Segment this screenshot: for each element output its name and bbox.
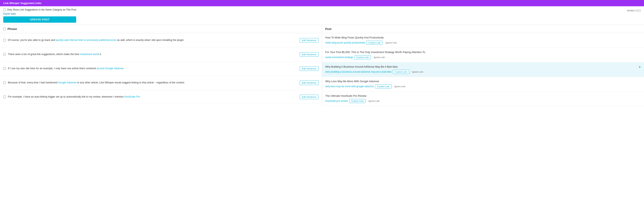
phrase-header-checkbox[interactable] [3, 28, 6, 30]
post-slug-5: /hootsuite-pro-review [325, 100, 348, 102]
same-category-checkbox-label[interactable]: Only Show Link Suggestions In the Same C… [3, 8, 76, 11]
phrase-text-after-4: in any other article, Link Whisper would… [76, 81, 184, 84]
phrase-row: For example, I have an auto-linking trig… [0, 90, 322, 104]
post-slug-1: /write-blog-posts-quickly-productively [325, 41, 365, 44]
custom-link-button-1[interactable]: Custom Link [366, 41, 382, 45]
post-slug-4: /why-less-may-be-more-with-google-adsens… [325, 85, 374, 88]
phrase-text-after-1: as well, which is exactly what I did upo… [116, 39, 184, 42]
top-bar: Link Whisper Suggested Links [0, 0, 644, 6]
main-content: Phrase Of course, you're also able to go… [0, 25, 644, 106]
phrase-text-1: Of course, you're also able to go back a… [8, 38, 298, 42]
update-post-button[interactable]: UPDATE POST [3, 16, 76, 23]
post-section-3: Why Building A Business Around AdSense M… [322, 62, 644, 77]
custom-link-button-5[interactable]: Custom Link [349, 99, 366, 103]
custom-link-button-2[interactable]: Custom Link [354, 55, 371, 59]
phrase-checkbox-4[interactable] [3, 81, 6, 84]
phrase-text-5: For example, I have an auto-linking trig… [8, 95, 298, 99]
version-text: version 1.0.1 [627, 8, 641, 12]
post-section-5: The Ultimate HootSuite Pro Review /hoots… [322, 91, 644, 106]
ignore-link-1[interactable]: Ignore Link [386, 42, 396, 44]
ignore-link-3[interactable]: Ignore Link [412, 71, 423, 73]
post-section-4: Why Less May Be More With Google Adsense… [322, 77, 644, 91]
phrase-text-4: Because of that, every time I had mentio… [8, 81, 298, 85]
phrase-checkbox-3[interactable] [3, 67, 6, 70]
phrase-panel-header: Phrase [0, 25, 322, 33]
phrase-header-label: Phrase [8, 27, 17, 31]
phrase-text-before-5: For example, I have an auto-linking trig… [8, 95, 124, 98]
ignore-link-2[interactable]: Ignore Link [374, 56, 385, 59]
post-title-2: For Your First $5,000, This Is The Only … [325, 51, 641, 54]
phrase-checkbox-5[interactable] [3, 96, 6, 98]
post-links-row-3: /why-building-a-business-around-adsense-… [325, 70, 639, 74]
same-category-label: Only Show Link Suggestions In the Same C… [7, 8, 76, 11]
edit-sentence-button-2[interactable]: Edit Sentence [300, 52, 319, 57]
separator-4: | [392, 85, 393, 88]
post-slug-3: /why-building-a-business-around-adsense-… [325, 70, 392, 73]
phrase-row: There were a ton of great link suggestio… [0, 47, 322, 62]
post-links-row-5: /hootsuite-pro-review Custom Link | Igno… [325, 99, 641, 103]
phrase-text-3: If I use my own site here for an example… [8, 67, 298, 70]
phrase-text-after-2: it [99, 53, 101, 56]
custom-link-button-3[interactable]: Custom Link [393, 70, 409, 74]
phrase-text-before-4: Because of that, every time I had mentio… [8, 81, 58, 84]
phrase-link-3[interactable]: around Google Adsense [96, 67, 124, 70]
phrase-text-before-3: If I use my own site here for an example… [8, 67, 96, 70]
post-links-row-1: /write-blog-posts-quickly-productively C… [325, 41, 641, 45]
phrase-link-5[interactable]: HootSuite Pro [124, 95, 140, 98]
phrase-checkbox-1[interactable] [3, 39, 6, 42]
post-title-3: Why Building A Business Around AdSense M… [325, 65, 639, 68]
phrase-row: Because of that, every time I had mentio… [0, 76, 322, 90]
toolbar-left: Only Show Link Suggestions In the Same C… [3, 8, 76, 23]
top-bar-title: Link Whisper Suggested Links [3, 2, 42, 5]
separator-1: | [384, 42, 384, 44]
post-panel-header: Post [322, 25, 644, 33]
ignore-link-5[interactable]: Ignore Link [368, 100, 380, 102]
export-link[interactable]: Export data [3, 12, 76, 15]
right-panel: Post How To Write Blog Posts Quickly And… [322, 25, 644, 106]
post-section-1: How To Write Blog Posts Quickly And Prod… [322, 33, 644, 48]
ignore-link-4[interactable]: Ignore Link [394, 85, 405, 88]
plus-button-3[interactable]: + [638, 65, 641, 69]
edit-sentence-button-3[interactable]: Edit Sentence [300, 66, 319, 71]
phrase-link-4[interactable]: Google Adsense [58, 81, 76, 84]
separator-2: | [372, 56, 372, 59]
custom-link-button-4[interactable]: Custom Link [375, 84, 392, 88]
post-links-row-4: /why-less-may-be-more-with-google-adsens… [325, 84, 641, 88]
separator-3: | [410, 71, 411, 73]
post-title-1: How To Write Blog Posts Quickly And Prod… [325, 36, 641, 39]
edit-sentence-button-1[interactable]: Edit Sentence [300, 38, 319, 43]
post-header-label: Post [325, 27, 332, 31]
phrase-checkbox-2[interactable] [3, 53, 6, 56]
phrase-link-1[interactable]: quickly add internal links to previously… [56, 39, 116, 42]
edit-sentence-button-4[interactable]: Edit Sentence [300, 81, 319, 85]
post-title-4: Why Less May Be More With Google Adsense [325, 80, 641, 83]
phrase-text-before-2: There were a ton of great link suggestio… [8, 53, 80, 56]
separator-5: | [367, 100, 367, 102]
toolbar: Only Show Link Suggestions In the Same C… [0, 6, 644, 25]
phrase-row: Of course, you're also able to go back a… [0, 33, 322, 47]
phrase-link-2[interactable]: investment worth [80, 53, 99, 56]
post-slug-2: /early-investment-strategy [325, 56, 353, 59]
post-links-row-2: /early-investment-strategy Custom Link |… [325, 55, 641, 59]
left-panel: Phrase Of course, you're also able to go… [0, 25, 322, 106]
phrase-text-before-1: Of course, you're also able to go back a… [8, 39, 56, 42]
phrase-text-2: There were a ton of great link suggestio… [8, 52, 298, 56]
edit-sentence-button-5[interactable]: Edit Sentence [300, 95, 319, 99]
post-title-5: The Ultimate HootSuite Pro Review [325, 94, 641, 97]
same-category-checkbox[interactable] [3, 9, 6, 11]
phrase-row: If I use my own site here for an example… [0, 62, 322, 76]
post-section-2: For Your First $5,000, This Is The Only … [322, 48, 644, 62]
